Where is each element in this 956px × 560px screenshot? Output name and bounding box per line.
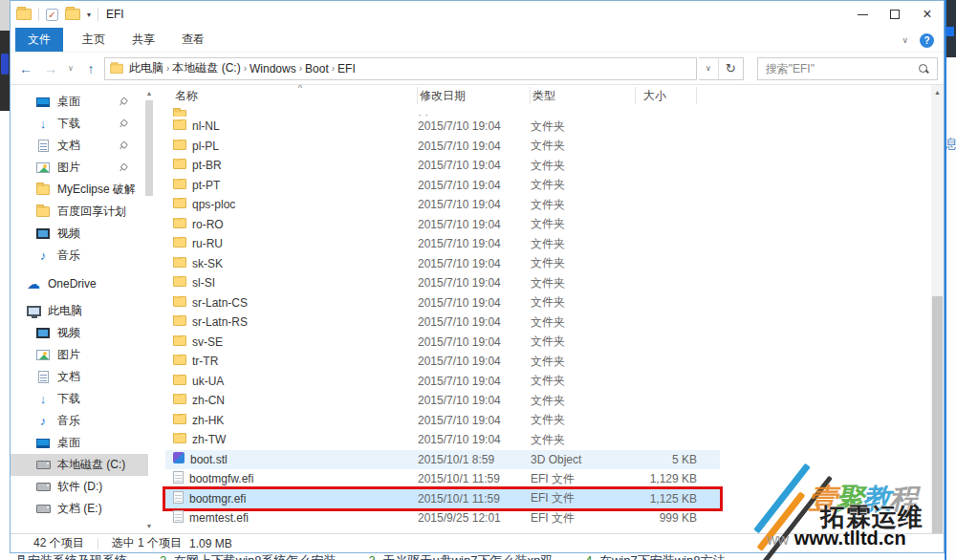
address-bar[interactable]: 此电脑›本地磁盘 (C:)›Windows›Boot›EFI bbox=[104, 57, 697, 80]
folder-icon bbox=[173, 110, 186, 117]
minimize-button[interactable] bbox=[846, 3, 879, 26]
sidebar-item[interactable]: ♪音乐 bbox=[11, 410, 148, 432]
qat-customize-button[interactable]: ▾ bbox=[87, 11, 91, 19]
column-header-type[interactable]: 类型 bbox=[531, 87, 636, 104]
file-row[interactable]: sr-Latn-RS2015/7/10 19:04文件夹 bbox=[165, 312, 720, 333]
search-input[interactable] bbox=[766, 62, 918, 75]
breadcrumb-item[interactable]: 本地磁盘 (C:) bbox=[169, 60, 243, 76]
file-row[interactable]: pl-PL2015/7/10 19:04文件夹 bbox=[165, 137, 720, 157]
column-header-date[interactable]: 修改日期 bbox=[418, 87, 531, 104]
sidebar-item[interactable]: 图片 bbox=[11, 157, 148, 179]
scroll-up-icon[interactable]: ▲ bbox=[931, 87, 944, 98]
sidebar-item-label: 文档 (E:) bbox=[57, 501, 102, 517]
file-row[interactable]: nl-NL2015/7/10 19:04文件夹 bbox=[165, 117, 720, 137]
file-row[interactable]: pt-BR2015/7/10 19:04文件夹 bbox=[165, 156, 720, 176]
file-row[interactable]: qps-ploc2015/7/10 19:04文件夹 bbox=[165, 195, 720, 215]
page-link[interactable]: 4.在win7下安装win8方法 bbox=[585, 553, 725, 560]
window-folder-icon bbox=[16, 9, 32, 20]
sidebar-item-label: OneDrive bbox=[48, 277, 97, 291]
sidebar-item[interactable]: 桌面 bbox=[11, 432, 148, 454]
tab-view[interactable]: 查看 bbox=[168, 28, 218, 52]
up-button[interactable]: ↑ bbox=[79, 58, 102, 79]
filelist-scrollbar[interactable]: ▲ bbox=[931, 85, 944, 533]
file-row[interactable]: pt-PT2015/7/10 19:04文件夹 bbox=[165, 176, 720, 196]
refresh-button[interactable]: ↻ bbox=[719, 61, 743, 75]
file-row[interactable]: bootmgfw.efi2015/10/1 11:59EFI 文件1,129 K… bbox=[165, 469, 720, 489]
sidebar-item[interactable]: 此电脑 bbox=[11, 300, 148, 322]
pin-icon bbox=[117, 96, 129, 108]
file-row[interactable]: ro-RO2015/7/10 19:04文件夹 bbox=[165, 215, 720, 235]
page-link[interactable]: 具安装系统及现系统 bbox=[11, 553, 127, 560]
picture-icon bbox=[35, 350, 51, 360]
file-row[interactable]: tr-TR2015/7/10 19:04文件夹 bbox=[165, 352, 720, 372]
sidebar-item[interactable]: 百度回享计划 bbox=[11, 201, 148, 223]
back-button[interactable]: ← bbox=[14, 58, 37, 79]
sidebar-item[interactable]: ♪音乐 bbox=[11, 245, 148, 267]
sort-ascending-icon: ∧ bbox=[297, 85, 303, 90]
sidebar-item[interactable]: 桌面 bbox=[11, 91, 148, 113]
sidebar-item-label: 百度回享计划 bbox=[57, 204, 126, 220]
file-row[interactable]: zh-HK2015/7/10 19:04文件夹 bbox=[165, 411, 720, 431]
tab-home[interactable]: 主页 bbox=[69, 28, 119, 52]
download-icon: ↓ bbox=[35, 394, 51, 405]
desktop-icon bbox=[35, 97, 51, 107]
file-row[interactable]: memtest.efi2015/9/25 12:01EFI 文件999 KB bbox=[165, 508, 720, 528]
column-header-name[interactable]: 名称 bbox=[173, 87, 418, 104]
sidebar-item[interactable]: ↓下载 bbox=[11, 388, 148, 410]
file-row[interactable]: sv-SE2015/7/10 19:04文件夹 bbox=[165, 333, 720, 353]
help-button[interactable]: ? bbox=[920, 33, 934, 48]
file-row[interactable]: boot.stl2015/10/1 8:593D Object5 KB bbox=[165, 450, 720, 470]
tab-share[interactable]: 共享 bbox=[119, 28, 168, 52]
breadcrumb-item[interactable]: EFI bbox=[335, 62, 358, 75]
navigation-pane: 桌面↓下载文档图片MyEclipse 破解百度回享计划视频♪音乐☁OneDriv… bbox=[11, 85, 156, 533]
file-row-highlighted[interactable]: bootmgr.efi2015/10/1 11:59EFI 文件1,125 KB bbox=[165, 489, 720, 509]
folder-icon bbox=[173, 296, 186, 310]
scroll-up-icon[interactable]: ▲ bbox=[144, 89, 154, 98]
sidebar-item-label: 图片 bbox=[57, 347, 80, 363]
page-link[interactable]: 2.在网上下载win8系统怎么安装 bbox=[160, 553, 337, 560]
maximize-button[interactable] bbox=[879, 3, 911, 26]
search-icon[interactable] bbox=[918, 63, 929, 75]
sidebar-item[interactable]: 本地磁盘 (C:) bbox=[11, 454, 148, 476]
file-row[interactable]: sr-Latn-CS2015/7/10 19:04文件夹 bbox=[165, 293, 720, 313]
picture-icon bbox=[35, 162, 51, 173]
sidebar-item[interactable]: 图片 bbox=[11, 344, 148, 366]
qat-properties-button[interactable]: ✓ bbox=[46, 9, 58, 21]
sidebar-item[interactable]: ↓下载 bbox=[11, 113, 148, 135]
sidebar-item[interactable]: ☁OneDrive bbox=[11, 272, 148, 294]
page-links-strip: 具安装系统及现系统2.在网上下载win8系统怎么安装3.无光驱无u盘win7下怎… bbox=[10, 553, 945, 560]
file-type: 文件夹 bbox=[531, 158, 636, 174]
file-row[interactable]: ru-RU2015/7/10 19:04文件夹 bbox=[165, 234, 720, 254]
qat-new-folder-button[interactable] bbox=[65, 9, 80, 20]
recent-locations-chevron-icon[interactable]: ∨ bbox=[64, 64, 77, 73]
sidebar-scrollbar-thumb[interactable] bbox=[145, 100, 153, 196]
sidebar-item[interactable]: MyEclipse 破解 bbox=[11, 179, 148, 201]
file-date: 2015/7/10 19:04 bbox=[418, 198, 531, 211]
file-row[interactable]: zh-TW2015/7/10 19:04文件夹 bbox=[165, 430, 720, 450]
sidebar-item[interactable]: 视频 bbox=[11, 223, 148, 245]
close-button[interactable]: × bbox=[911, 3, 944, 26]
file-type: 文件夹 bbox=[531, 275, 636, 291]
sidebar-item[interactable]: 软件 (D:) bbox=[11, 476, 148, 498]
tab-file[interactable]: 文件 bbox=[15, 28, 63, 52]
file-row[interactable]: sk-SK2015/7/10 19:04文件夹 bbox=[165, 254, 720, 274]
breadcrumb-item[interactable]: Windows bbox=[247, 62, 299, 75]
file-row[interactable]: sl-SI2015/7/10 19:04文件夹 bbox=[165, 273, 720, 293]
file-row[interactable]: zh-CN2015/7/10 19:04文件夹 bbox=[165, 391, 720, 411]
sidebar-item[interactable]: 文档 bbox=[11, 366, 148, 388]
sidebar-scrollbar[interactable]: ▲ ▼ bbox=[144, 89, 154, 531]
sidebar-item[interactable]: 视频 bbox=[11, 322, 148, 344]
breadcrumb-item[interactable]: Boot bbox=[302, 62, 332, 75]
file-row-partial[interactable]: · · bbox=[165, 106, 720, 117]
sidebar-item[interactable]: 文档 bbox=[11, 135, 148, 157]
sidebar-item[interactable]: 文档 (E:) bbox=[11, 498, 148, 520]
ribbon-expand-chevron-icon[interactable]: ∨ bbox=[902, 35, 908, 45]
scroll-down-icon[interactable]: ▼ bbox=[144, 522, 154, 531]
page-link[interactable]: 3.无光驱无u盘win7下怎么装xp双 bbox=[369, 553, 554, 560]
breadcrumb-item[interactable]: 此电脑 bbox=[126, 60, 166, 76]
column-header-size[interactable]: 大小 bbox=[636, 87, 697, 104]
address-dropdown-chevron-icon[interactable]: ∨ bbox=[699, 58, 719, 79]
filelist-scrollbar-thumb[interactable] bbox=[932, 296, 943, 533]
file-row[interactable]: uk-UA2015/7/10 19:04文件夹 bbox=[165, 372, 720, 392]
forward-button[interactable]: → bbox=[39, 58, 62, 79]
